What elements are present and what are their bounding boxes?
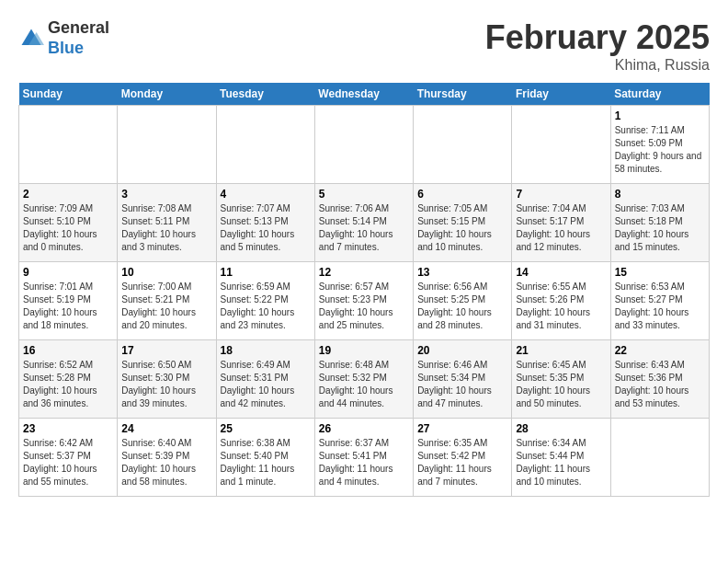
calendar-cell	[414, 106, 512, 184]
day-number: 16	[23, 344, 113, 357]
day-number: 17	[121, 344, 211, 357]
calendar-cell: 28Sunrise: 6:34 AM Sunset: 5:44 PM Dayli…	[512, 419, 610, 497]
calendar-cell: 7Sunrise: 7:04 AM Sunset: 5:17 PM Daylig…	[512, 184, 610, 262]
day-info: Sunrise: 6:57 AM Sunset: 5:23 PM Dayligh…	[319, 281, 409, 332]
day-number: 5	[319, 188, 409, 201]
day-info: Sunrise: 7:03 AM Sunset: 5:18 PM Dayligh…	[615, 202, 705, 254]
calendar-cell: 10Sunrise: 7:00 AM Sunset: 5:21 PM Dayli…	[118, 262, 216, 340]
calendar-cell	[314, 106, 413, 184]
calendar-cell	[512, 106, 610, 184]
calendar-cell: 4Sunrise: 7:07 AM Sunset: 5:13 PM Daylig…	[216, 184, 314, 262]
calendar-cell: 13Sunrise: 6:56 AM Sunset: 5:25 PM Dayli…	[414, 262, 512, 340]
day-info: Sunrise: 6:50 AM Sunset: 5:30 PM Dayligh…	[121, 359, 211, 410]
calendar-cell: 18Sunrise: 6:49 AM Sunset: 5:31 PM Dayli…	[216, 340, 314, 419]
calendar-table: SundayMondayTuesdayWednesdayThursdayFrid…	[18, 83, 710, 497]
calendar-cell: 9Sunrise: 7:01 AM Sunset: 5:19 PM Daylig…	[19, 262, 118, 340]
day-header-sunday: Sunday	[19, 83, 118, 106]
calendar-cell: 1Sunrise: 7:11 AM Sunset: 5:09 PM Daylig…	[610, 106, 709, 184]
day-number: 2	[23, 188, 113, 201]
day-number: 28	[516, 422, 606, 435]
calendar-cell: 27Sunrise: 6:35 AM Sunset: 5:42 PM Dayli…	[414, 419, 512, 497]
day-number: 10	[121, 266, 211, 279]
day-info: Sunrise: 6:56 AM Sunset: 5:25 PM Dayligh…	[417, 281, 507, 332]
logo-blue-text: Blue	[48, 39, 109, 59]
day-number: 12	[319, 266, 409, 279]
day-number: 20	[417, 344, 507, 357]
day-number: 23	[23, 422, 113, 435]
week-row-1: 1Sunrise: 7:11 AM Sunset: 5:09 PM Daylig…	[19, 106, 710, 184]
calendar-cell	[19, 106, 118, 184]
day-number: 22	[615, 344, 705, 357]
week-row-3: 9Sunrise: 7:01 AM Sunset: 5:19 PM Daylig…	[19, 262, 710, 340]
day-info: Sunrise: 6:38 AM Sunset: 5:40 PM Dayligh…	[221, 437, 311, 488]
calendar-cell: 26Sunrise: 6:37 AM Sunset: 5:41 PM Dayli…	[314, 419, 413, 497]
day-number: 18	[221, 344, 311, 357]
day-info: Sunrise: 7:05 AM Sunset: 5:15 PM Dayligh…	[417, 202, 507, 254]
calendar-cell: 23Sunrise: 6:42 AM Sunset: 5:37 PM Dayli…	[19, 419, 118, 497]
calendar-cell: 3Sunrise: 7:08 AM Sunset: 5:11 PM Daylig…	[118, 184, 216, 262]
day-number: 4	[221, 188, 311, 201]
day-number: 11	[221, 266, 311, 279]
day-number: 14	[516, 266, 606, 279]
day-number: 19	[319, 344, 409, 357]
day-info: Sunrise: 6:59 AM Sunset: 5:22 PM Dayligh…	[221, 281, 311, 332]
calendar-cell	[118, 106, 216, 184]
calendar-cell	[610, 419, 709, 497]
day-number: 9	[23, 266, 113, 279]
calendar-cell: 14Sunrise: 6:55 AM Sunset: 5:26 PM Dayli…	[512, 262, 610, 340]
day-info: Sunrise: 6:53 AM Sunset: 5:27 PM Dayligh…	[615, 281, 705, 332]
calendar-cell: 16Sunrise: 6:52 AM Sunset: 5:28 PM Dayli…	[19, 340, 118, 419]
day-header-friday: Friday	[512, 83, 610, 106]
logo: General Blue	[18, 18, 109, 58]
day-info: Sunrise: 7:09 AM Sunset: 5:10 PM Dayligh…	[23, 202, 113, 254]
day-number: 7	[516, 188, 606, 201]
day-header-saturday: Saturday	[610, 83, 709, 106]
calendar-title: February 2025	[485, 18, 710, 57]
week-row-4: 16Sunrise: 6:52 AM Sunset: 5:28 PM Dayli…	[19, 340, 710, 419]
calendar-cell: 21Sunrise: 6:45 AM Sunset: 5:35 PM Dayli…	[512, 340, 610, 419]
day-info: Sunrise: 6:52 AM Sunset: 5:28 PM Dayligh…	[23, 359, 113, 410]
calendar-cell: 25Sunrise: 6:38 AM Sunset: 5:40 PM Dayli…	[216, 419, 314, 497]
day-number: 26	[319, 422, 409, 435]
logo-icon	[18, 26, 44, 52]
day-info: Sunrise: 6:55 AM Sunset: 5:26 PM Dayligh…	[516, 281, 606, 332]
calendar-cell: 6Sunrise: 7:05 AM Sunset: 5:15 PM Daylig…	[414, 184, 512, 262]
calendar-cell: 8Sunrise: 7:03 AM Sunset: 5:18 PM Daylig…	[610, 184, 709, 262]
week-row-2: 2Sunrise: 7:09 AM Sunset: 5:10 PM Daylig…	[19, 184, 710, 262]
calendar-cell: 22Sunrise: 6:43 AM Sunset: 5:36 PM Dayli…	[610, 340, 709, 419]
day-header-monday: Monday	[118, 83, 216, 106]
day-header-wednesday: Wednesday	[314, 83, 413, 106]
calendar-cell: 17Sunrise: 6:50 AM Sunset: 5:30 PM Dayli…	[118, 340, 216, 419]
day-number: 27	[417, 422, 507, 435]
day-header-tuesday: Tuesday	[216, 83, 314, 106]
day-number: 25	[221, 422, 311, 435]
day-info: Sunrise: 7:06 AM Sunset: 5:14 PM Dayligh…	[319, 202, 409, 254]
calendar-subtitle: Khima, Russia	[485, 57, 710, 74]
calendar-cell: 12Sunrise: 6:57 AM Sunset: 5:23 PM Dayli…	[314, 262, 413, 340]
day-info: Sunrise: 6:45 AM Sunset: 5:35 PM Dayligh…	[516, 359, 606, 410]
day-info: Sunrise: 7:08 AM Sunset: 5:11 PM Dayligh…	[121, 202, 211, 254]
day-info: Sunrise: 6:35 AM Sunset: 5:42 PM Dayligh…	[417, 437, 507, 488]
day-info: Sunrise: 7:07 AM Sunset: 5:13 PM Dayligh…	[221, 202, 311, 254]
calendar-cell: 11Sunrise: 6:59 AM Sunset: 5:22 PM Dayli…	[216, 262, 314, 340]
days-header-row: SundayMondayTuesdayWednesdayThursdayFrid…	[19, 83, 710, 106]
day-header-thursday: Thursday	[414, 83, 512, 106]
day-info: Sunrise: 6:40 AM Sunset: 5:39 PM Dayligh…	[121, 437, 211, 488]
day-info: Sunrise: 6:34 AM Sunset: 5:44 PM Dayligh…	[516, 437, 606, 488]
calendar-cell: 15Sunrise: 6:53 AM Sunset: 5:27 PM Dayli…	[610, 262, 709, 340]
calendar-cell: 20Sunrise: 6:46 AM Sunset: 5:34 PM Dayli…	[414, 340, 512, 419]
day-info: Sunrise: 7:01 AM Sunset: 5:19 PM Dayligh…	[23, 281, 113, 332]
logo-general-text: General	[48, 18, 109, 39]
calendar-cell: 5Sunrise: 7:06 AM Sunset: 5:14 PM Daylig…	[314, 184, 413, 262]
day-number: 21	[516, 344, 606, 357]
day-number: 1	[615, 109, 705, 122]
day-number: 13	[417, 266, 507, 279]
calendar-cell	[216, 106, 314, 184]
day-number: 15	[615, 266, 705, 279]
day-info: Sunrise: 6:43 AM Sunset: 5:36 PM Dayligh…	[615, 359, 705, 410]
title-area: February 2025 Khima, Russia	[485, 18, 710, 74]
calendar-cell: 19Sunrise: 6:48 AM Sunset: 5:32 PM Dayli…	[314, 340, 413, 419]
day-info: Sunrise: 6:42 AM Sunset: 5:37 PM Dayligh…	[23, 437, 113, 488]
day-info: Sunrise: 6:49 AM Sunset: 5:31 PM Dayligh…	[221, 359, 311, 410]
day-info: Sunrise: 7:11 AM Sunset: 5:09 PM Dayligh…	[615, 124, 705, 176]
